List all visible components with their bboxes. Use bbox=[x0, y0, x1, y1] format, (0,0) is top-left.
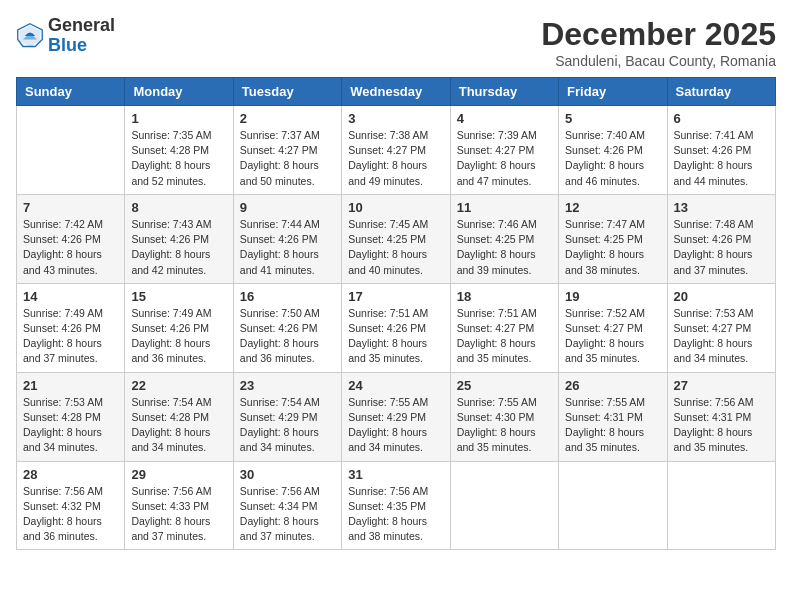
calendar-cell bbox=[17, 106, 125, 195]
logo: General Blue bbox=[16, 16, 115, 56]
day-number: 17 bbox=[348, 289, 443, 304]
logo-icon bbox=[16, 22, 44, 50]
day-number: 7 bbox=[23, 200, 118, 215]
day-number: 1 bbox=[131, 111, 226, 126]
day-number: 12 bbox=[565, 200, 660, 215]
calendar-cell: 6Sunrise: 7:41 AM Sunset: 4:26 PM Daylig… bbox=[667, 106, 775, 195]
calendar-cell: 1Sunrise: 7:35 AM Sunset: 4:28 PM Daylig… bbox=[125, 106, 233, 195]
calendar-cell: 5Sunrise: 7:40 AM Sunset: 4:26 PM Daylig… bbox=[559, 106, 667, 195]
day-info: Sunrise: 7:42 AM Sunset: 4:26 PM Dayligh… bbox=[23, 217, 118, 278]
day-number: 5 bbox=[565, 111, 660, 126]
calendar-week-row: 28Sunrise: 7:56 AM Sunset: 4:32 PM Dayli… bbox=[17, 461, 776, 550]
day-info: Sunrise: 7:54 AM Sunset: 4:28 PM Dayligh… bbox=[131, 395, 226, 456]
calendar-cell: 27Sunrise: 7:56 AM Sunset: 4:31 PM Dayli… bbox=[667, 372, 775, 461]
calendar-cell: 18Sunrise: 7:51 AM Sunset: 4:27 PM Dayli… bbox=[450, 283, 558, 372]
day-info: Sunrise: 7:47 AM Sunset: 4:25 PM Dayligh… bbox=[565, 217, 660, 278]
day-info: Sunrise: 7:53 AM Sunset: 4:27 PM Dayligh… bbox=[674, 306, 769, 367]
day-info: Sunrise: 7:49 AM Sunset: 4:26 PM Dayligh… bbox=[131, 306, 226, 367]
calendar-cell bbox=[667, 461, 775, 550]
day-info: Sunrise: 7:55 AM Sunset: 4:31 PM Dayligh… bbox=[565, 395, 660, 456]
calendar-cell: 4Sunrise: 7:39 AM Sunset: 4:27 PM Daylig… bbox=[450, 106, 558, 195]
day-number: 20 bbox=[674, 289, 769, 304]
day-number: 11 bbox=[457, 200, 552, 215]
day-info: Sunrise: 7:56 AM Sunset: 4:32 PM Dayligh… bbox=[23, 484, 118, 545]
day-number: 16 bbox=[240, 289, 335, 304]
day-info: Sunrise: 7:51 AM Sunset: 4:26 PM Dayligh… bbox=[348, 306, 443, 367]
day-info: Sunrise: 7:52 AM Sunset: 4:27 PM Dayligh… bbox=[565, 306, 660, 367]
day-number: 18 bbox=[457, 289, 552, 304]
calendar-cell: 17Sunrise: 7:51 AM Sunset: 4:26 PM Dayli… bbox=[342, 283, 450, 372]
day-number: 15 bbox=[131, 289, 226, 304]
day-info: Sunrise: 7:55 AM Sunset: 4:30 PM Dayligh… bbox=[457, 395, 552, 456]
calendar-cell: 30Sunrise: 7:56 AM Sunset: 4:34 PM Dayli… bbox=[233, 461, 341, 550]
calendar-cell: 31Sunrise: 7:56 AM Sunset: 4:35 PM Dayli… bbox=[342, 461, 450, 550]
weekday-header-monday: Monday bbox=[125, 78, 233, 106]
day-info: Sunrise: 7:53 AM Sunset: 4:28 PM Dayligh… bbox=[23, 395, 118, 456]
day-info: Sunrise: 7:56 AM Sunset: 4:31 PM Dayligh… bbox=[674, 395, 769, 456]
day-info: Sunrise: 7:56 AM Sunset: 4:35 PM Dayligh… bbox=[348, 484, 443, 545]
day-info: Sunrise: 7:35 AM Sunset: 4:28 PM Dayligh… bbox=[131, 128, 226, 189]
logo-general: General bbox=[48, 15, 115, 35]
calendar-cell: 29Sunrise: 7:56 AM Sunset: 4:33 PM Dayli… bbox=[125, 461, 233, 550]
calendar-cell: 28Sunrise: 7:56 AM Sunset: 4:32 PM Dayli… bbox=[17, 461, 125, 550]
weekday-header-row: SundayMondayTuesdayWednesdayThursdayFrid… bbox=[17, 78, 776, 106]
calendar-cell: 13Sunrise: 7:48 AM Sunset: 4:26 PM Dayli… bbox=[667, 194, 775, 283]
calendar-cell: 3Sunrise: 7:38 AM Sunset: 4:27 PM Daylig… bbox=[342, 106, 450, 195]
day-number: 8 bbox=[131, 200, 226, 215]
day-info: Sunrise: 7:37 AM Sunset: 4:27 PM Dayligh… bbox=[240, 128, 335, 189]
location-subtitle: Sanduleni, Bacau County, Romania bbox=[541, 53, 776, 69]
calendar-cell: 21Sunrise: 7:53 AM Sunset: 4:28 PM Dayli… bbox=[17, 372, 125, 461]
day-number: 6 bbox=[674, 111, 769, 126]
logo-blue-text: Blue bbox=[48, 35, 87, 55]
calendar-cell: 26Sunrise: 7:55 AM Sunset: 4:31 PM Dayli… bbox=[559, 372, 667, 461]
logo-text: General Blue bbox=[48, 16, 115, 56]
day-info: Sunrise: 7:50 AM Sunset: 4:26 PM Dayligh… bbox=[240, 306, 335, 367]
day-info: Sunrise: 7:38 AM Sunset: 4:27 PM Dayligh… bbox=[348, 128, 443, 189]
day-info: Sunrise: 7:44 AM Sunset: 4:26 PM Dayligh… bbox=[240, 217, 335, 278]
calendar-cell: 8Sunrise: 7:43 AM Sunset: 4:26 PM Daylig… bbox=[125, 194, 233, 283]
day-info: Sunrise: 7:51 AM Sunset: 4:27 PM Dayligh… bbox=[457, 306, 552, 367]
day-number: 3 bbox=[348, 111, 443, 126]
calendar-cell: 7Sunrise: 7:42 AM Sunset: 4:26 PM Daylig… bbox=[17, 194, 125, 283]
calendar-cell: 16Sunrise: 7:50 AM Sunset: 4:26 PM Dayli… bbox=[233, 283, 341, 372]
day-number: 10 bbox=[348, 200, 443, 215]
calendar-cell: 14Sunrise: 7:49 AM Sunset: 4:26 PM Dayli… bbox=[17, 283, 125, 372]
day-info: Sunrise: 7:45 AM Sunset: 4:25 PM Dayligh… bbox=[348, 217, 443, 278]
day-info: Sunrise: 7:56 AM Sunset: 4:34 PM Dayligh… bbox=[240, 484, 335, 545]
day-info: Sunrise: 7:41 AM Sunset: 4:26 PM Dayligh… bbox=[674, 128, 769, 189]
day-info: Sunrise: 7:48 AM Sunset: 4:26 PM Dayligh… bbox=[674, 217, 769, 278]
day-info: Sunrise: 7:46 AM Sunset: 4:25 PM Dayligh… bbox=[457, 217, 552, 278]
calendar-week-row: 1Sunrise: 7:35 AM Sunset: 4:28 PM Daylig… bbox=[17, 106, 776, 195]
calendar-cell bbox=[559, 461, 667, 550]
day-number: 23 bbox=[240, 378, 335, 393]
calendar-cell: 11Sunrise: 7:46 AM Sunset: 4:25 PM Dayli… bbox=[450, 194, 558, 283]
calendar-cell: 15Sunrise: 7:49 AM Sunset: 4:26 PM Dayli… bbox=[125, 283, 233, 372]
calendar-week-row: 14Sunrise: 7:49 AM Sunset: 4:26 PM Dayli… bbox=[17, 283, 776, 372]
calendar-cell: 22Sunrise: 7:54 AM Sunset: 4:28 PM Dayli… bbox=[125, 372, 233, 461]
calendar-cell: 20Sunrise: 7:53 AM Sunset: 4:27 PM Dayli… bbox=[667, 283, 775, 372]
day-number: 30 bbox=[240, 467, 335, 482]
day-info: Sunrise: 7:39 AM Sunset: 4:27 PM Dayligh… bbox=[457, 128, 552, 189]
day-number: 2 bbox=[240, 111, 335, 126]
day-number: 21 bbox=[23, 378, 118, 393]
calendar-table: SundayMondayTuesdayWednesdayThursdayFrid… bbox=[16, 77, 776, 550]
day-number: 28 bbox=[23, 467, 118, 482]
day-info: Sunrise: 7:56 AM Sunset: 4:33 PM Dayligh… bbox=[131, 484, 226, 545]
calendar-cell: 19Sunrise: 7:52 AM Sunset: 4:27 PM Dayli… bbox=[559, 283, 667, 372]
calendar-cell: 24Sunrise: 7:55 AM Sunset: 4:29 PM Dayli… bbox=[342, 372, 450, 461]
day-number: 24 bbox=[348, 378, 443, 393]
day-number: 22 bbox=[131, 378, 226, 393]
day-info: Sunrise: 7:55 AM Sunset: 4:29 PM Dayligh… bbox=[348, 395, 443, 456]
day-number: 14 bbox=[23, 289, 118, 304]
day-number: 13 bbox=[674, 200, 769, 215]
calendar-week-row: 7Sunrise: 7:42 AM Sunset: 4:26 PM Daylig… bbox=[17, 194, 776, 283]
weekday-header-sunday: Sunday bbox=[17, 78, 125, 106]
day-number: 25 bbox=[457, 378, 552, 393]
weekday-header-thursday: Thursday bbox=[450, 78, 558, 106]
calendar-week-row: 21Sunrise: 7:53 AM Sunset: 4:28 PM Dayli… bbox=[17, 372, 776, 461]
page-header: General Blue December 2025 Sanduleni, Ba… bbox=[16, 16, 776, 69]
day-number: 27 bbox=[674, 378, 769, 393]
day-info: Sunrise: 7:54 AM Sunset: 4:29 PM Dayligh… bbox=[240, 395, 335, 456]
day-number: 29 bbox=[131, 467, 226, 482]
day-info: Sunrise: 7:40 AM Sunset: 4:26 PM Dayligh… bbox=[565, 128, 660, 189]
